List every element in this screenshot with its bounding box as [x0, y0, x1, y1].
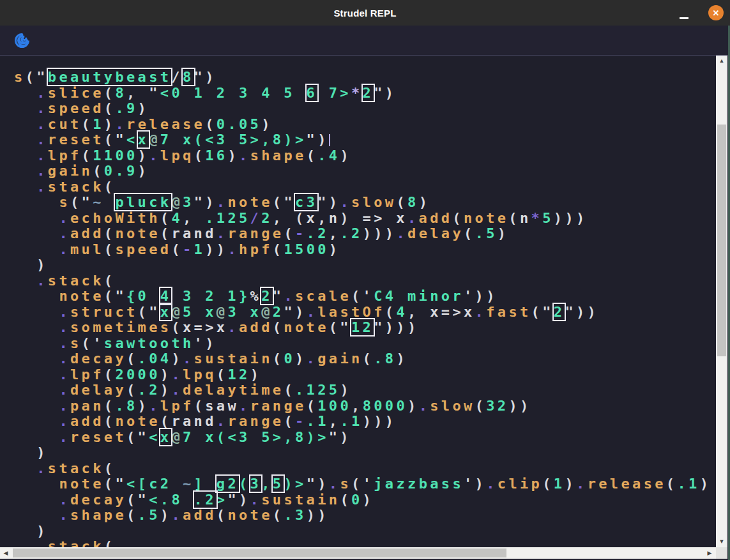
code-token: .	[36, 273, 48, 289]
strudel-spiral-logo-icon[interactable]	[13, 32, 31, 49]
code-line[interactable]: .sometimes(x=>x.add(note("12")))	[14, 320, 711, 336]
code-token	[14, 319, 59, 335]
code-line[interactable]: s("beautybeast/8")	[14, 70, 711, 86]
code-line[interactable]: .reset("<x@7 x(<3 5>,8)>")	[14, 430, 711, 446]
code-line[interactable]: )	[14, 524, 711, 540]
code-token: note	[464, 210, 508, 226]
code-line[interactable]: .lpf(2000).lpq(12)	[14, 367, 711, 383]
active-token-highlight: 3	[250, 476, 262, 492]
code-line[interactable]: .reset("<x@7 x(<3 5>,8)>")	[14, 132, 711, 148]
code-line[interactable]: .mul(speed(-1)).hpf(1500)	[14, 242, 711, 258]
code-editor[interactable]: s("beautybeast/8") .slice(8, "<0 1 2 3 4…	[0, 56, 716, 547]
scroll-up-icon[interactable]: ▲	[716, 56, 727, 66]
code-line[interactable]: )	[14, 445, 711, 461]
code-token: .	[59, 382, 70, 398]
code-token: .1	[677, 476, 699, 492]
code-line[interactable]: .speed(.9)	[14, 101, 711, 117]
scroll-left-icon[interactable]: ◀	[0, 547, 11, 559]
code-token: delaytime	[183, 382, 284, 398]
horizontal-scrollbar[interactable]: ◀ ▶	[0, 547, 716, 559]
code-line[interactable]: .stack(	[14, 539, 711, 547]
code-line[interactable]: .pan(.8).lpf(saw.range(100,8000).slow(32…	[14, 398, 711, 414]
code-token	[14, 85, 36, 101]
close-button[interactable]: ✕	[708, 5, 724, 20]
vertical-scrollbar[interactable]: ▲ ▼	[716, 56, 727, 547]
code-token: %	[250, 288, 262, 304]
code-token: 3 x	[227, 304, 261, 320]
code-token: note	[284, 319, 328, 335]
code-line[interactable]: .shape(.5).add(note(.3))	[14, 508, 711, 524]
code-token: .	[59, 351, 70, 367]
code-token: (	[104, 273, 116, 289]
code-line[interactable]: .s('sawtooth')	[14, 336, 711, 352]
code-token: .3	[284, 507, 306, 523]
scroll-down-icon[interactable]: ▼	[716, 536, 727, 547]
code-token: ("	[329, 319, 351, 335]
code-token: ))	[307, 507, 329, 523]
code-token	[14, 351, 59, 367]
code-token: ")	[307, 132, 329, 148]
code-token: (	[307, 398, 318, 414]
code-token: )	[138, 100, 149, 116]
code-line[interactable]: .stack(	[14, 179, 711, 195]
code-token: @	[171, 429, 183, 445]
active-token-highlight: x	[138, 132, 149, 148]
code-token	[14, 210, 59, 226]
code-token: ("	[138, 304, 160, 320]
minimize-button[interactable]	[674, 0, 694, 26]
code-token: ("	[531, 304, 554, 320]
code-token: )))	[554, 210, 588, 226]
code-token: , x=>x	[407, 304, 475, 320]
code-token: 0	[284, 351, 295, 367]
code-token: ("	[104, 288, 126, 304]
code-token: .	[396, 225, 407, 241]
code-token: (	[363, 351, 374, 367]
code-token: .	[59, 507, 70, 523]
code-token: (	[104, 367, 116, 382]
code-line[interactable]: .decay("<.8 .2>").sustain(0)	[14, 492, 711, 508]
code-token: )))	[363, 225, 397, 241]
code-token: 2	[261, 210, 273, 226]
code-line[interactable]: .add(note(rand.range(-.1,.1)))	[14, 414, 711, 430]
code-token: )	[160, 367, 172, 382]
code-token: (	[126, 351, 138, 367]
code-token	[14, 179, 36, 195]
code-line[interactable]: )	[14, 257, 711, 273]
code-line[interactable]: .stack(	[14, 461, 711, 477]
code-line[interactable]: note("{0 4 3 2 1}%2".scale('C4 minor'))	[14, 289, 711, 305]
code-token: fast	[486, 304, 531, 320]
strudel-repl-window: Strudel REPL ✕ s("beautybeast/8") .slice…	[0, 0, 730, 560]
code-token: <0 1 2 3 4 5	[160, 85, 307, 101]
code-token: , "	[126, 85, 160, 101]
code-token: )	[340, 148, 351, 163]
code-token: )	[14, 523, 48, 539]
code-line[interactable]: .lpf(1100).lpq(16).shape(.4)	[14, 148, 711, 164]
horizontal-scrollbar-thumb[interactable]	[13, 549, 506, 557]
code-line[interactable]: .stack(	[14, 273, 711, 289]
code-line[interactable]: .gain(0.9)	[14, 163, 711, 179]
code-token: speed	[48, 100, 104, 116]
code-line[interactable]: note("<[c2 ~] g2(3,5)>").s('jazzbass').c…	[14, 476, 711, 492]
code-line[interactable]: s("~ pluck@3").note("c3").slow(8)	[14, 195, 711, 211]
code-line[interactable]: .slice(8, "<0 1 2 3 4 5 6 7>*2")	[14, 86, 711, 102]
code-line[interactable]: .decay(.04).sustain(0).gain(.8)	[14, 351, 711, 367]
code-line[interactable]: .delay(.2).delaytime(.125)	[14, 382, 711, 398]
active-token-highlight: beautybeast	[48, 69, 172, 85]
vertical-scrollbar-thumb[interactable]	[717, 125, 726, 356]
code-token: .	[59, 398, 70, 414]
code-line[interactable]: .echoWith(4, .125/2, (x,n) => x.add(note…	[14, 211, 711, 227]
code-token: .2	[138, 382, 160, 398]
code-line[interactable]: .add(note(rand.range(-.2,.2))).delay(.5)	[14, 226, 711, 242]
code-line[interactable]: .struct("x@5 x@3 x@2").lastOf(4, x=>x.fa…	[14, 305, 711, 321]
code-token: (	[104, 100, 116, 116]
code-token: slow	[351, 194, 396, 210]
titlebar: Strudel REPL ✕	[0, 0, 730, 26]
code-token: ,	[183, 210, 205, 226]
code-line[interactable]: .cut(1).release(0.05)	[14, 117, 711, 133]
code-token: .125	[295, 382, 340, 398]
code-token: )	[171, 351, 183, 367]
code-token: .	[59, 429, 70, 445]
code-token: .8	[115, 398, 137, 414]
scroll-right-icon[interactable]: ▶	[703, 547, 716, 559]
code-token: (	[160, 413, 172, 429]
